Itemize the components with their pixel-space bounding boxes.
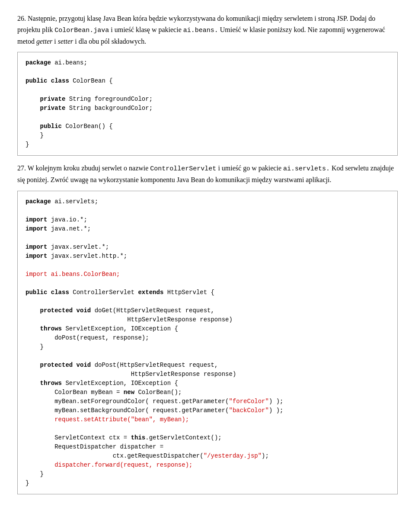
code-block-1: package ai.beans; public class ColorBean… [17,52,398,156]
paragraph-27: 27. W kolejnym kroku zbuduj serwlet o na… [17,163,398,186]
paragraph-26: 26. Następnie, przygotuj klasę Java Bean… [17,13,398,47]
code-block-2: package ai.servlets; import java.io.*; i… [17,191,398,494]
page-content: 26. Następnie, przygotuj klasę Java Bean… [17,13,398,494]
